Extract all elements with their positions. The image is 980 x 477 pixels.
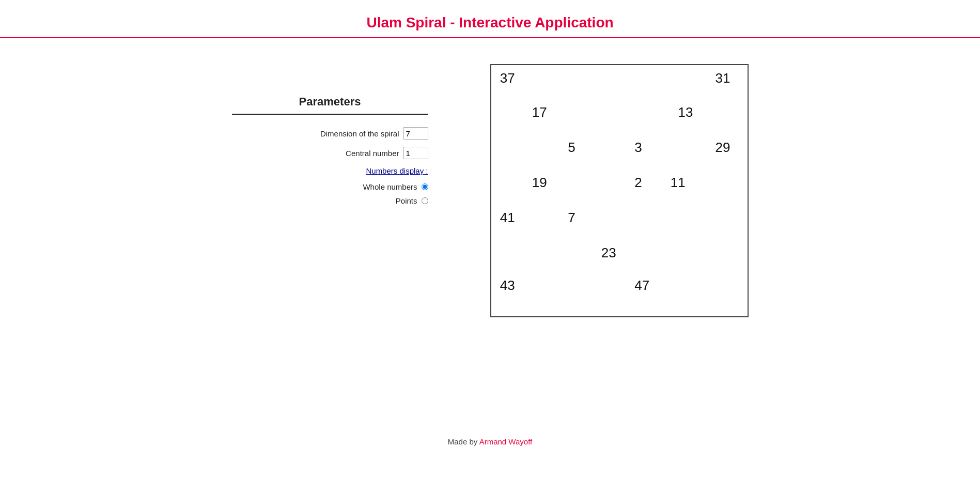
points-row: Points [232, 196, 428, 205]
whole-numbers-label: Whole numbers [363, 182, 417, 191]
app-title: Ulam Spiral - Interactive Application [0, 14, 980, 31]
spiral-number: 31 [715, 71, 730, 85]
points-label: Points [396, 196, 417, 205]
central-number-row: Central number [232, 147, 428, 159]
spiral-number: 13 [678, 105, 693, 119]
spiral-number: 17 [532, 105, 547, 119]
numbers-display-row: Numbers display : [232, 166, 428, 175]
spiral-number: 23 [601, 246, 616, 259]
points-radio[interactable] [422, 197, 428, 204]
dimension-label: Dimension of the spiral [320, 129, 399, 138]
central-number-input[interactable] [403, 147, 428, 159]
numbers-display-label[interactable]: Numbers display : [366, 166, 428, 175]
dimension-input[interactable] [403, 127, 428, 140]
parameters-title: Parameters [232, 95, 428, 115]
spiral-number: 2 [634, 176, 642, 189]
spiral-number: 7 [568, 211, 575, 224]
spiral-number: 29 [715, 141, 730, 154]
spiral-number: 19 [532, 176, 547, 189]
spiral-number: 47 [634, 279, 649, 292]
spiral-number: 5 [568, 141, 575, 154]
dimension-row: Dimension of the spiral [232, 127, 428, 140]
spiral-number: 41 [500, 211, 515, 224]
spiral-number: 11 [671, 176, 686, 189]
central-number-label: Central number [346, 149, 399, 158]
spiral-number: 3 [634, 141, 642, 154]
footer-author: Armand Wayoff [479, 437, 533, 446]
footer-text: Made by [448, 437, 479, 446]
spiral-number: 43 [500, 279, 515, 292]
parameters-panel: Parameters Dimension of the spiral Centr… [232, 64, 428, 210]
spiral-container: 37311713532919211417234347 [490, 64, 749, 317]
whole-numbers-row: Whole numbers [232, 182, 428, 191]
footer: Made by Armand Wayoff [0, 422, 980, 456]
spiral-number: 37 [500, 71, 515, 85]
whole-numbers-radio[interactable] [422, 183, 428, 190]
